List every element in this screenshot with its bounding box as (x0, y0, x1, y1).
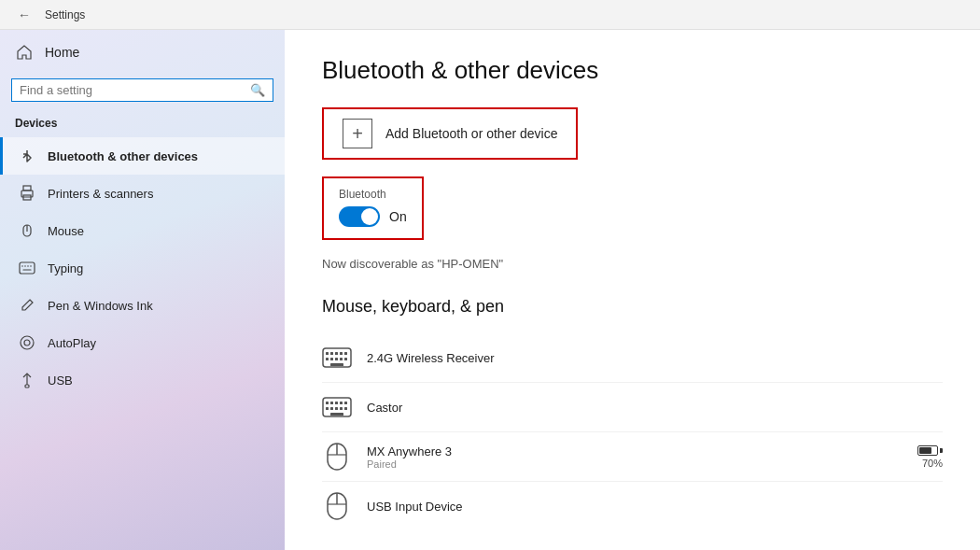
sidebar-item-mouse-label: Mouse (48, 224, 84, 238)
device-info-wireless-receiver: 2.4G Wireless Receiver (367, 351, 943, 365)
svg-point-12 (24, 340, 30, 346)
battery-fill (919, 447, 931, 454)
battery-icon (917, 445, 943, 456)
svg-rect-26 (330, 363, 343, 366)
search-box[interactable]: 🔍 (11, 78, 273, 102)
svg-rect-21 (326, 358, 329, 360)
device-info-usb-input: USB Input Device (367, 500, 943, 514)
mouse-device-icon (322, 442, 352, 472)
discoverable-text: Now discoverable as "HP-OMEN" (322, 257, 943, 271)
keyboard-device-icon (322, 343, 352, 373)
device-name-mx-anywhere: MX Anywhere 3 (367, 444, 903, 458)
sidebar-item-printers[interactable]: Printers & scanners (0, 175, 285, 212)
section-title: Mouse, keyboard, & pen (322, 297, 943, 317)
home-label: Home (45, 45, 79, 60)
svg-rect-24 (340, 358, 343, 360)
pen-icon (18, 296, 36, 315)
svg-rect-37 (344, 407, 347, 410)
svg-point-11 (21, 336, 34, 349)
device-item-usb-input: USB Input Device (322, 482, 943, 530)
device-item-castor: Castor (322, 383, 943, 432)
sidebar-item-autoplay[interactable]: AutoPlay (0, 324, 285, 361)
device-battery-mx-anywhere: 70% (917, 445, 943, 469)
search-icon: 🔍 (250, 83, 265, 97)
device-name-wireless-receiver: 2.4G Wireless Receiver (367, 351, 943, 365)
sidebar-item-usb-label: USB (48, 374, 73, 388)
sidebar-item-autoplay-label: AutoPlay (48, 336, 96, 350)
page-title: Bluetooth & other devices (322, 56, 943, 85)
autoplay-icon (18, 333, 36, 352)
add-device-button[interactable]: + Add Bluetooth or other device (322, 107, 578, 160)
bluetooth-section: Bluetooth On (322, 176, 424, 240)
add-device-plus-icon: + (343, 119, 372, 148)
home-icon (15, 43, 34, 62)
device-info-mx-anywhere: MX Anywhere 3 Paired (367, 444, 903, 470)
back-button[interactable]: ← (11, 2, 37, 28)
svg-rect-18 (335, 352, 338, 355)
mouse-device-icon-2 (322, 491, 352, 521)
sidebar: Home 🔍 Devices Bluetooth & other devices (0, 30, 285, 550)
battery-body (917, 445, 938, 456)
search-input[interactable] (20, 83, 245, 97)
svg-rect-34 (330, 407, 333, 410)
device-name-usb-input: USB Input Device (367, 500, 943, 514)
svg-rect-38 (330, 413, 343, 416)
svg-rect-14 (25, 385, 29, 388)
svg-rect-17 (330, 352, 333, 355)
sidebar-item-pen-label: Pen & Windows Ink (48, 299, 153, 313)
svg-rect-19 (340, 352, 343, 355)
device-item-wireless-receiver: 2.4G Wireless Receiver (322, 333, 943, 383)
svg-rect-32 (344, 402, 347, 404)
svg-rect-25 (344, 358, 347, 360)
svg-rect-31 (340, 402, 343, 404)
device-item-mx-anywhere: MX Anywhere 3 Paired 70% (322, 432, 943, 482)
svg-rect-30 (335, 402, 338, 404)
svg-rect-5 (20, 262, 35, 274)
svg-rect-29 (330, 402, 333, 404)
svg-rect-35 (335, 407, 338, 410)
bluetooth-icon (18, 147, 36, 165)
bluetooth-toggle-state: On (389, 209, 407, 224)
svg-rect-16 (326, 352, 329, 355)
titlebar: ← Settings (0, 0, 980, 30)
mouse-icon (18, 221, 36, 240)
bluetooth-label: Bluetooth (339, 188, 407, 201)
sidebar-item-bluetooth[interactable]: Bluetooth & other devices (0, 137, 285, 175)
svg-rect-20 (344, 352, 347, 355)
sidebar-item-home[interactable]: Home (0, 30, 285, 75)
titlebar-title: Settings (45, 8, 85, 21)
device-name-castor: Castor (367, 401, 943, 415)
sidebar-item-mouse[interactable]: Mouse (0, 212, 285, 249)
svg-rect-36 (340, 407, 343, 410)
battery-tip (940, 448, 943, 453)
svg-rect-33 (326, 407, 329, 410)
printer-icon (18, 184, 36, 203)
svg-rect-23 (335, 358, 338, 360)
device-status-mx-anywhere: Paired (367, 458, 903, 470)
add-device-label: Add Bluetooth or other device (385, 126, 557, 141)
sidebar-item-typing[interactable]: Typing (0, 249, 285, 287)
sidebar-item-usb[interactable]: USB (0, 361, 285, 399)
keyboard-icon (18, 259, 36, 277)
app-body: Home 🔍 Devices Bluetooth & other devices (0, 30, 980, 550)
usb-icon (18, 371, 36, 389)
device-info-castor: Castor (367, 401, 943, 415)
bluetooth-toggle-row: On (339, 206, 407, 227)
svg-rect-1 (23, 186, 31, 190)
sidebar-item-typing-label: Typing (48, 261, 83, 275)
svg-rect-28 (326, 402, 329, 404)
main-content: Bluetooth & other devices + Add Bluetoot… (285, 30, 980, 550)
sidebar-item-bluetooth-label: Bluetooth & other devices (48, 149, 198, 163)
sidebar-item-pen[interactable]: Pen & Windows Ink (0, 287, 285, 324)
sidebar-item-printers-label: Printers & scanners (48, 187, 153, 201)
bluetooth-toggle[interactable] (339, 206, 380, 227)
keyboard-device-icon-2 (322, 392, 352, 422)
battery-percent: 70% (922, 458, 943, 469)
svg-rect-22 (330, 358, 333, 360)
sidebar-section-label: Devices (0, 113, 285, 137)
toggle-knob (361, 208, 378, 225)
